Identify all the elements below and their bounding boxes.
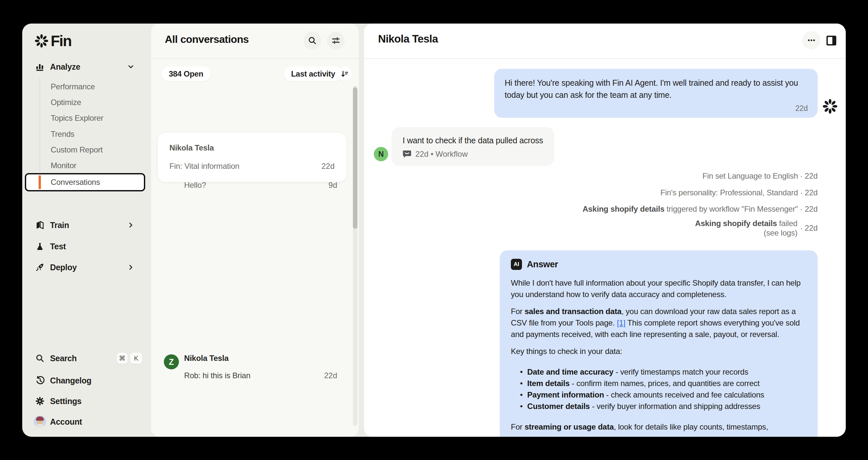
message-timestamp: 22d	[796, 104, 808, 113]
sidebar-item-label: Train	[50, 220, 69, 230]
sidebar-item-deploy[interactable]: Deploy	[22, 259, 151, 275]
conversation-more-button[interactable]	[802, 31, 820, 50]
conversation-preview: Fin: Vital information	[169, 162, 239, 171]
scrollbar-thumb[interactable]	[353, 87, 358, 229]
user-message-bubble: I want to check if the data pulled acros…	[392, 127, 554, 166]
conversation-avatar: Z	[164, 354, 179, 369]
panel-icon-inner	[828, 37, 832, 44]
ai-badge-icon: AI	[511, 259, 522, 270]
sidebar-item-label: Trends	[51, 129, 74, 139]
filter-sliders-icon	[331, 36, 340, 45]
system-event-bold: Asking shopify details	[695, 219, 777, 228]
sidebar-item-changelog[interactable]: Changelog	[22, 373, 151, 388]
ai-answer-card: AI Answer While I don't have full inform…	[500, 250, 818, 437]
system-event-text2: (see logs)	[764, 228, 797, 237]
sidebar-item-label: Analyze	[50, 62, 80, 72]
answer-paragraph: Key things to check in your data:	[511, 345, 806, 357]
sidebar-item-conversations-active[interactable]: Conversations	[25, 173, 145, 191]
sidebar-item-monitor[interactable]: Monitor	[22, 158, 151, 174]
system-event: Asking shopify details triggered by work…	[583, 205, 818, 214]
sidebar-item-label: Changelog	[50, 376, 91, 386]
bar-chart-icon	[35, 62, 44, 71]
system-event-text: failed	[777, 219, 798, 228]
system-event: Fin's personality: Professional, Standar…	[660, 188, 818, 197]
answer-header: AI Answer	[511, 259, 806, 270]
system-event-bold: Asking shopify details	[583, 205, 664, 213]
sidebar-item-label: Monitor	[51, 161, 76, 170]
active-item-accent-bar	[39, 175, 41, 189]
answer-bullet: Customer details - verify buyer informat…	[520, 400, 806, 412]
sidebar-item-analyze[interactable]: Analyze	[22, 59, 151, 74]
sidebar-item-label: Topics Explorer	[51, 114, 103, 123]
answer-paragraph: While I don't have full information abou…	[511, 277, 806, 300]
answer-paragraph: For sales and transaction data, you can …	[511, 306, 806, 340]
answer-bullet: Date and time accuracy - verify timestam…	[520, 366, 806, 377]
user-message-text: I want to check if the data pulled acros…	[403, 136, 543, 145]
conversation-list-item-selected[interactable]: Nikola Tesla Fin: Vital information 22d	[158, 133, 346, 182]
sort-by-pill[interactable]: Last activity	[284, 66, 342, 81]
chevron-right-icon	[126, 263, 135, 272]
shortcut-cmd-key: ⌘	[117, 353, 128, 364]
sidebar-item-label: Optimize	[51, 98, 81, 107]
search-conversations-button[interactable]	[304, 32, 321, 50]
chevron-down-icon	[126, 62, 135, 71]
sidebar-item-label: Search	[50, 354, 77, 363]
sidebar-item-label: Account	[50, 417, 82, 427]
account-avatar	[34, 416, 46, 428]
answer-paragraph: For streaming or usage data, look for de…	[511, 421, 806, 432]
message-meta-text: 22d • Workflow	[415, 150, 468, 159]
conversation-list-item[interactable]: – Purple Train from Dublin Hello? 9d	[151, 91, 359, 128]
ellipsis-icon	[807, 35, 816, 45]
sidebar-item-optimize[interactable]: Optimize	[22, 95, 151, 110]
sidebar-item-search[interactable]: Search ⌘ K	[22, 350, 151, 366]
fin-agent-icon	[823, 99, 838, 114]
sort-descending-icon	[340, 70, 349, 78]
conversation-time: 22d	[321, 162, 335, 171]
divider	[364, 58, 846, 59]
fin-message-text: Hi there! You're speaking with Fin AI Ag…	[505, 77, 807, 101]
sidebar-item-trends[interactable]: Trends	[22, 126, 151, 142]
sidebar-item-label: Test	[50, 242, 66, 251]
sort-label: Last activity	[291, 69, 335, 79]
sort-direction-button[interactable]	[338, 67, 352, 81]
answer-bullet: Item details - confirm item names, price…	[520, 377, 806, 389]
book-icon	[35, 220, 44, 230]
conversation-name: Nikola Tesla	[184, 354, 228, 363]
sidebar-item-label: Conversations	[51, 178, 100, 187]
app-window: Fin Analyze Performance Optimize Topics …	[22, 24, 846, 437]
sidebar-item-custom-report[interactable]: Custom Report	[22, 142, 151, 158]
sidebar-item-settings[interactable]: Settings	[22, 393, 151, 409]
history-icon	[35, 376, 44, 385]
open-count-filter-pill[interactable]: 384 Open	[161, 66, 211, 81]
sidebar-item-test[interactable]: Test	[22, 239, 151, 254]
flask-icon	[35, 242, 44, 251]
chat-title: Nikola Tesla	[378, 33, 438, 45]
system-event-stack: Asking shopify details failed (see logs)	[695, 219, 797, 238]
answer-bullet: Payment information - check amounts rece…	[520, 389, 806, 400]
gear-icon	[35, 397, 44, 406]
citation-link[interactable]: [1]	[617, 318, 625, 327]
rocket-icon	[35, 263, 44, 272]
conversations-panel: All conversations 384 Open Last activity	[151, 24, 359, 437]
sidebar-item-account[interactable]: Account	[22, 414, 151, 430]
sidebar-item-label: Settings	[50, 397, 82, 406]
divider	[151, 58, 359, 59]
conversation-list-item[interactable]: Z Nikola Tesla Rob: hi this is Brian 22d	[151, 186, 359, 223]
sidebar-item-topics-explorer[interactable]: Topics Explorer	[22, 110, 151, 126]
user-avatar: N	[374, 147, 388, 161]
sidebar-item-performance[interactable]: Performance	[22, 79, 151, 95]
fin-message-bubble: Hi there! You're speaking with Fin AI Ag…	[494, 69, 818, 118]
search-icon	[308, 36, 317, 45]
message-meta: 22d • Workflow	[403, 150, 543, 159]
messenger-icon	[403, 150, 411, 158]
fin-logo: Fin	[35, 32, 71, 50]
details-panel-toggle-button[interactable]	[827, 36, 836, 45]
conversations-panel-title: All conversations	[165, 33, 249, 45]
system-event: Asking shopify details failed (see logs)…	[695, 219, 818, 238]
system-event-text: Fin's personality: Professional, Standar…	[660, 188, 818, 197]
sidebar-item-train[interactable]: Train	[22, 217, 151, 233]
filter-conversations-button[interactable]	[327, 32, 345, 50]
chevron-right-icon	[126, 220, 135, 230]
sidebar-item-label: Deploy	[50, 263, 77, 272]
conversation-name: Nikola Tesla	[169, 143, 214, 152]
